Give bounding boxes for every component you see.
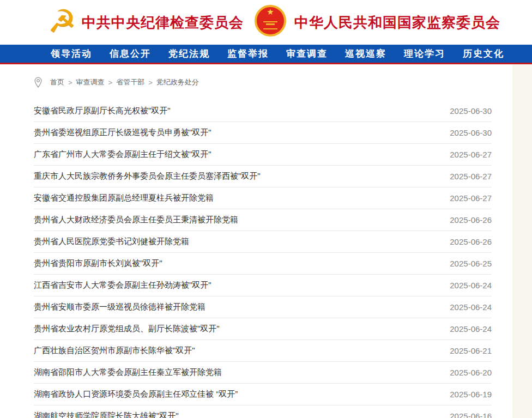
breadcrumb-separator: > bbox=[108, 78, 113, 87]
news-date: 2025-06-27 bbox=[450, 193, 492, 203]
nav-item-information-disclosure[interactable]: 信息公开 bbox=[110, 47, 151, 60]
nav-item-leadership-activities[interactable]: 领导活动 bbox=[51, 47, 92, 60]
news-row: 安徽省民政厅原副厅长高光权被"双开" 2025-06-30 bbox=[34, 100, 492, 122]
news-date: 2025-06-20 bbox=[450, 368, 492, 377]
news-date: 2025-06-19 bbox=[450, 390, 492, 399]
breadcrumb-separator: > bbox=[68, 78, 72, 87]
news-title-link[interactable]: 广东省广州市人大常委会原副主任于绍文被"双开" bbox=[34, 149, 211, 160]
news-title-link[interactable]: 湖南省邵阳市人大常委会原副主任秦立军被开除党籍 bbox=[34, 367, 222, 378]
news-title-link[interactable]: 安徽省民政厅原副厅长高光权被"双开" bbox=[34, 106, 171, 116]
news-date: 2025-06-24 bbox=[450, 302, 492, 312]
news-row: 广东省广州市人大常委会原副主任于绍文被"双开" 2025-06-27 bbox=[34, 144, 492, 166]
org1-title: 中共中央纪律检查委员会 bbox=[82, 0, 244, 45]
news-list: 安徽省民政厅原副厅长高光权被"双开" 2025-06-30 贵州省委巡视组原正厅… bbox=[34, 100, 492, 418]
news-row: 贵州省委巡视组原正厅长级巡视专员申勇被"双开" 2025-06-30 bbox=[34, 122, 492, 144]
news-title-link[interactable]: 安徽省交通控股集团原副总经理夏柱兵被开除党籍 bbox=[34, 193, 214, 203]
news-row: 安徽省交通控股集团原副总经理夏柱兵被开除党籍 2025-06-27 bbox=[34, 187, 492, 209]
news-title-link[interactable]: 贵州省安顺市委原一级巡视员徐德祥被开除党籍 bbox=[34, 302, 205, 312]
news-title-link[interactable]: 贵州省委巡视组原正厅长级巡视专员申勇被"双开" bbox=[34, 128, 211, 138]
news-row: 贵州省人大财政经济委员会原主任委员王秉清被开除党籍 2025-06-26 bbox=[34, 209, 492, 231]
news-row: 广西壮族自治区贺州市原副市长陈华被"双开" 2025-06-21 bbox=[34, 340, 492, 362]
news-date: 2025-06-26 bbox=[450, 237, 492, 246]
breadcrumb: 首页 > 审查调查 > 省管干部 > 党纪政务处分 bbox=[34, 64, 532, 100]
news-row: 贵州省农业农村厅原党组成员、副厅长陈波被"双开" 2025-06-24 bbox=[34, 318, 492, 340]
news-title-link[interactable]: 湖南省政协人口资源环境委员会原副主任邓立佳被 “双开” bbox=[34, 389, 238, 399]
news-row: 贵州省人民医院原党委书记刘健被开除党籍 2025-06-26 bbox=[34, 231, 492, 253]
news-title-link[interactable]: 贵州省贵阳市原副市长刘岚被"双开" bbox=[34, 258, 162, 269]
nav-item-party-discipline-regulations[interactable]: 党纪法规 bbox=[168, 47, 210, 60]
news-date: 2025-06-26 bbox=[450, 215, 492, 225]
news-title-link[interactable]: 贵州省人民医院原党委书记刘健被开除党籍 bbox=[34, 237, 189, 247]
news-date: 2025-06-16 bbox=[450, 411, 492, 418]
location-pin-icon bbox=[34, 77, 43, 88]
nav-item-inspection-tours[interactable]: 巡视巡察 bbox=[345, 47, 386, 60]
nav-item-supervision-reporting[interactable]: 监督举报 bbox=[227, 47, 269, 60]
emblem-star-icon: ★ bbox=[257, 8, 284, 16]
news-title-link[interactable]: 贵州省人大财政经济委员会原主任委员王秉清被开除党籍 bbox=[34, 215, 238, 225]
news-date: 2025-06-24 bbox=[450, 324, 492, 334]
news-row: 湖南省政协人口资源环境委员会原副主任邓立佳被 “双开” 2025-06-19 bbox=[34, 384, 492, 405]
breadcrumb-separator: > bbox=[148, 78, 153, 87]
party-emblem-icon: ☭ bbox=[46, 0, 78, 43]
news-row: 湖南航空技师学院原院长陈大雄被"双开" 2025-06-16 bbox=[34, 405, 492, 418]
news-date: 2025-06-21 bbox=[450, 346, 492, 355]
site-header: ☭ 中共中央纪律检查委员会 ★ 中华人民共和国国家监察委员会 bbox=[0, 0, 532, 45]
national-emblem-icon: ★ bbox=[255, 5, 286, 37]
page-edge-background bbox=[512, 64, 532, 418]
news-title-link[interactable]: 江西省吉安市人大常委会原副主任孙劲涛被"双开" bbox=[34, 280, 211, 290]
news-title-link[interactable]: 湖南航空技师学院原院长陈大雄被"双开" bbox=[34, 411, 179, 418]
emblem-gate-icon bbox=[263, 21, 277, 29]
news-date: 2025-06-27 bbox=[450, 150, 492, 159]
news-row: 重庆市人大民族宗教侨务外事委员会原主任委员塞泽西被"双开" 2025-06-27 bbox=[34, 166, 492, 187]
breadcrumb-province-cadres[interactable]: 省管干部 bbox=[116, 77, 144, 87]
news-date: 2025-06-24 bbox=[450, 281, 492, 290]
news-date: 2025-06-27 bbox=[450, 172, 492, 181]
news-date: 2025-06-25 bbox=[450, 259, 492, 268]
breadcrumb-home[interactable]: 首页 bbox=[50, 77, 64, 87]
news-row: 湖南省邵阳市人大常委会原副主任秦立军被开除党籍 2025-06-20 bbox=[34, 362, 492, 384]
breadcrumb-review-investigation[interactable]: 审查调查 bbox=[76, 77, 105, 87]
main-nav: 领导活动 信息公开 党纪法规 监督举报 审查调查 巡视巡察 理论学习 历史文化 bbox=[0, 45, 532, 64]
nav-item-theory-study[interactable]: 理论学习 bbox=[404, 47, 445, 60]
breadcrumb-current-page: 党纪政务处分 bbox=[156, 77, 199, 87]
nav-item-history-culture[interactable]: 历史文化 bbox=[463, 47, 504, 60]
org2-title: 中华人民共和国国家监察委员会 bbox=[294, 0, 500, 45]
news-row: 江西省吉安市人大常委会原副主任孙劲涛被"双开" 2025-06-24 bbox=[34, 275, 492, 296]
news-title-link[interactable]: 贵州省农业农村厅原党组成员、副厅长陈波被"双开" bbox=[34, 324, 220, 334]
nav-item-review-investigation[interactable]: 审查调查 bbox=[286, 47, 328, 60]
news-date: 2025-06-30 bbox=[450, 106, 492, 116]
news-date: 2025-06-30 bbox=[450, 128, 492, 137]
news-row: 贵州省安顺市委原一级巡视员徐德祥被开除党籍 2025-06-24 bbox=[34, 296, 492, 318]
news-title-link[interactable]: 广西壮族自治区贺州市原副市长陈华被"双开" bbox=[34, 346, 195, 356]
news-title-link[interactable]: 重庆市人大民族宗教侨务外事委员会原主任委员塞泽西被"双开" bbox=[34, 171, 261, 181]
news-row: 贵州省贵阳市原副市长刘岚被"双开" 2025-06-25 bbox=[34, 253, 492, 275]
